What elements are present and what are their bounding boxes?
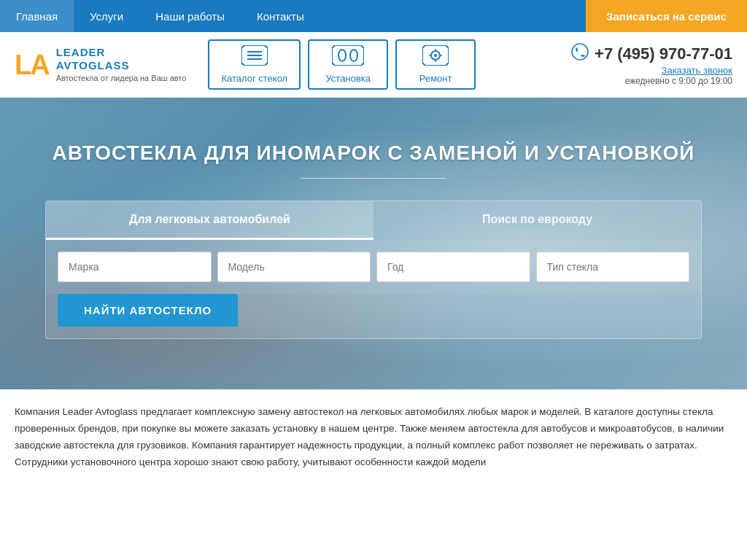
brand-tagline: Автостекла от лидера на Ваш авто xyxy=(56,74,187,83)
logo[interactable]: LA LEADER AVTOGLASS Автостекла от лидера… xyxy=(15,46,186,83)
schedule-service-button[interactable]: Записаться на сервис xyxy=(586,0,747,32)
logo-text: LEADER AVTOGLASS Автостекла от лидера на… xyxy=(56,46,187,83)
site-header: LA LEADER AVTOGLASS Автостекла от лидера… xyxy=(0,32,747,98)
repair-service-label: Ремонт xyxy=(419,73,452,84)
catalog-icon xyxy=(241,45,268,70)
phone-number: +7 (495) 970-77-01 xyxy=(595,44,732,63)
description-section: Компания Leader Avtoglass предлагает ком… xyxy=(0,389,747,486)
hero-content: АВТОСТЕКЛА ДЛЯ ИНОМАРОК С ЗАМЕНОЙ И УСТА… xyxy=(45,141,702,339)
svg-marker-4 xyxy=(332,45,364,66)
search-tabs: Для легковых автомобилей Поиск по евроко… xyxy=(46,201,701,240)
nav-works[interactable]: Наши работы xyxy=(139,0,241,32)
order-call-link[interactable]: Заказать звонок xyxy=(662,65,732,76)
nav-links: Главная Услуги Наши работы Контакты xyxy=(0,0,586,32)
search-box: Для легковых автомобилей Поиск по евроко… xyxy=(45,201,702,339)
svg-point-5 xyxy=(338,50,346,61)
working-hours: ежедневно с 9:00 до 19:00 xyxy=(625,76,732,86)
glass-type-field[interactable] xyxy=(536,252,690,282)
search-button[interactable]: НАЙТИ АВТОСТЕКЛО xyxy=(58,294,238,327)
hero-section: АВТОСТЕКЛА ДЛЯ ИНОМАРОК С ЗАМЕНОЙ И УСТА… xyxy=(0,98,747,389)
model-field[interactable] xyxy=(217,252,371,282)
year-field[interactable] xyxy=(376,252,530,282)
contact-info: +7 (495) 970-77-01 Заказать звонок ежедн… xyxy=(571,43,732,86)
description-text: Компания Leader Avtoglass предлагает ком… xyxy=(15,404,732,471)
catalog-service-label: Каталог стекол xyxy=(221,73,287,84)
catalog-service-link[interactable]: Каталог стекол xyxy=(208,39,301,90)
nav-contacts[interactable]: Контакты xyxy=(241,0,320,32)
logo-letters: LA xyxy=(15,51,49,79)
installation-service-link[interactable]: Установка xyxy=(308,39,388,90)
make-field[interactable] xyxy=(58,252,212,282)
service-icons: Каталог стекол Установка xyxy=(208,39,571,90)
installation-service-label: Установка xyxy=(325,73,370,84)
nav-home[interactable]: Главная xyxy=(0,0,74,32)
phone-icon xyxy=(571,43,589,65)
nav-services[interactable]: Услуги xyxy=(74,0,139,32)
search-fields xyxy=(46,240,701,294)
hero-title: АВТОСТЕКЛА ДЛЯ ИНОМАРОК С ЗАМЕНОЙ И УСТА… xyxy=(52,141,694,165)
installation-icon xyxy=(332,45,364,70)
svg-point-9 xyxy=(434,54,437,57)
phone-row: +7 (495) 970-77-01 xyxy=(571,43,732,65)
brand-name: LEADER AVTOGLASS xyxy=(56,46,187,72)
tab-cars[interactable]: Для легковых автомобилей xyxy=(46,201,374,240)
repair-service-link[interactable]: Ремонт xyxy=(395,39,476,90)
svg-point-14 xyxy=(572,44,588,60)
repair-icon xyxy=(422,45,449,70)
svg-point-6 xyxy=(350,50,357,61)
top-navigation: Главная Услуги Наши работы Контакты Запи… xyxy=(0,0,747,32)
hero-divider xyxy=(301,178,446,179)
tab-eurocode[interactable]: Поиск по еврокоду xyxy=(374,201,701,240)
